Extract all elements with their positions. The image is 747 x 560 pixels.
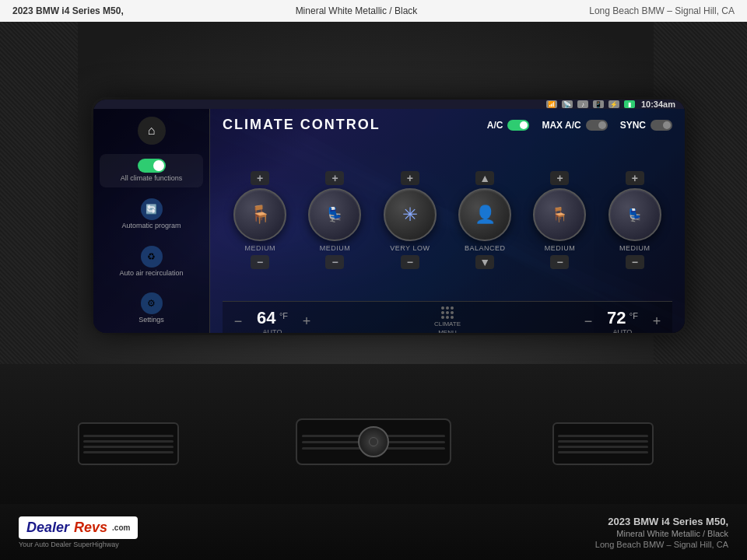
sidebar-item-auto-program[interactable]: 🔄 Automatic program — [100, 194, 203, 235]
bottom-color-trim: Mineral White Metallic / Black — [616, 529, 728, 538]
home-icon: ⌂ — [148, 124, 156, 138]
air-dist-icon: 👤 — [475, 205, 496, 225]
climate-header: CLIMATE CONTROL A/C MAX A/C — [223, 117, 672, 133]
climate-functions-toggle[interactable] — [138, 159, 166, 173]
auto-program-icon: 🔄 — [141, 198, 163, 220]
knob-label-heat-right2: MEDIUM — [619, 244, 651, 252]
screen-status-bar: 📶 📡 ♪ 📱 ⚡ ▮ 10:34am — [93, 100, 685, 109]
knob-seat-cool-right[interactable]: 🪑 — [533, 188, 586, 241]
temp-left-unit: °F — [279, 310, 288, 320]
temp-left-plus[interactable]: + — [297, 313, 316, 330]
climate-menu-label: CLIMATEMENU — [434, 320, 461, 333]
dealer-logo-box: Dealer Revs .com — [19, 516, 138, 539]
top-bar: 2023 BMW i4 Series M50, Mineral White Me… — [0, 0, 747, 22]
center-knob-dot — [369, 437, 378, 446]
top-bar-title: 2023 BMW i4 Series M50, — [12, 5, 124, 16]
max-ac-toggle[interactable] — [586, 120, 608, 131]
knob-seat-heat-left[interactable]: 🪑 — [233, 188, 286, 241]
center-control-knob[interactable] — [358, 426, 389, 457]
knob-label-seat-heat-pass: MEDIUM — [320, 244, 351, 252]
seat-cool-right-plus[interactable]: + — [550, 171, 569, 185]
top-bar-color: Mineral White Metallic / Black — [296, 5, 418, 16]
logo-tagline: Your Auto Dealer SuperHighway — [19, 541, 119, 548]
knob-label-seat-heat-left: MEDIUM — [244, 244, 275, 252]
temp-right-minus[interactable]: − — [579, 313, 598, 330]
seat-heat-left-plus[interactable]: + — [251, 171, 269, 185]
airdist-down[interactable]: ▼ — [475, 255, 494, 269]
right-vent — [552, 422, 654, 465]
left-vent — [78, 422, 179, 465]
seat-heat-pass-minus[interactable]: − — [325, 255, 344, 269]
sidebar-item-settings[interactable]: ⚙ Settings — [100, 288, 203, 329]
temp-left-value: 64 — [257, 308, 275, 327]
climate-main: CLIMATE CONTROL A/C MAX A/C — [210, 109, 685, 333]
center-vent-grille — [296, 418, 451, 465]
home-button[interactable]: ⌂ — [138, 117, 166, 145]
temp-right-display: 72 °F AUTO — [607, 308, 638, 333]
music-icon: ♪ — [577, 100, 588, 108]
temp-control-left: − 64 °F AUTO + — [229, 308, 316, 333]
dealer-logo: Dealer Revs .com Your Auto Dealer SuperH… — [19, 516, 138, 548]
control-seat-heat-left: + 🪑 MEDIUM − — [233, 171, 286, 269]
battery-icon: ▮ — [624, 100, 635, 108]
fan-icon: ✳ — [402, 204, 418, 226]
climate-menu-button[interactable]: CLIMATEMENU — [434, 306, 461, 333]
control-air-distribution: ▲ 👤 BALANCED ▼ — [458, 171, 511, 269]
infotainment-screen: 📶 📡 ♪ 📱 ⚡ ▮ 10:34am — [93, 100, 685, 333]
phone-icon: 📱 — [593, 100, 604, 108]
photo-area: 📶 📡 ♪ 📱 ⚡ ▮ 10:34am — [0, 22, 747, 504]
control-seat-cool-right: + 🪑 MEDIUM − — [533, 171, 586, 269]
knob-seat-heat-passenger[interactable]: 💺 — [308, 188, 361, 241]
fan-minus[interactable]: − — [401, 255, 419, 269]
sync-label: SYNC — [620, 120, 646, 131]
knob-seat-heat-right2[interactable]: 💺 — [608, 188, 661, 241]
screen-sidebar: ⌂ All climate functions 🔄 Automatic prog… — [93, 109, 210, 333]
seat-heat-right2-plus[interactable]: + — [626, 171, 644, 185]
temp-right-unit: °F — [630, 310, 638, 320]
seat-cool-right-icon: 🪑 — [551, 206, 568, 223]
bottom-info: 2023 BMW i4 Series M50, Mineral White Me… — [595, 516, 728, 549]
logo-com: .com — [112, 523, 130, 532]
knob-label-airdist: BALANCED — [465, 244, 506, 252]
bottom-bar: Dealer Revs .com Your Auto Dealer SuperH… — [0, 504, 747, 560]
sidebar-item-climate-functions[interactable]: All climate functions — [100, 154, 203, 187]
status-icons: 📶 📡 ♪ 📱 ⚡ ▮ — [546, 100, 635, 108]
sidebar-label-climate: All climate functions — [121, 174, 183, 183]
sidebar-label-auto: Automatic program — [121, 222, 181, 230]
temp-right-mode: AUTO — [607, 328, 638, 333]
temp-control-right: − 72 °F AUTO + — [579, 308, 666, 333]
sidebar-label-recirc: Auto air recirculation — [119, 269, 183, 278]
knob-label-fan: VERY LOW — [390, 244, 430, 252]
temp-left-minus[interactable]: − — [229, 313, 247, 330]
screen-main-content: ⌂ All climate functions 🔄 Automatic prog… — [93, 109, 685, 333]
bluetooth-icon: ⚡ — [608, 100, 619, 108]
top-bar-dealer: Long Beach BMW – Signal Hill, CA — [589, 5, 735, 16]
seat-cool-right-minus[interactable]: − — [550, 255, 569, 269]
control-fan-speed: + ✳ VERY LOW − — [384, 171, 437, 269]
knob-fan[interactable]: ✳ — [384, 188, 437, 241]
knob-air-dist[interactable]: 👤 — [458, 188, 511, 241]
ac-toggle[interactable] — [507, 120, 529, 131]
seat-heat-left-minus[interactable]: − — [251, 255, 269, 269]
airdist-up[interactable]: ▲ — [475, 171, 494, 185]
temp-left-display: 64 °F AUTO — [257, 308, 288, 333]
screen-time: 10:34am — [641, 100, 675, 109]
seat-heat-pass-plus[interactable]: + — [325, 171, 344, 185]
ac-label: A/C — [487, 120, 503, 131]
sidebar-label-settings: Settings — [139, 316, 164, 324]
seat-heat-pass-icon: 💺 — [326, 206, 343, 223]
recirc-icon: ♻ — [141, 246, 163, 268]
sync-toggle[interactable] — [651, 120, 672, 131]
sidebar-item-recirculation[interactable]: ♻ Auto air recirculation — [100, 241, 203, 282]
climate-title: CLIMATE CONTROL — [223, 117, 381, 133]
control-seat-heat-right2: + 💺 MEDIUM − — [608, 171, 661, 269]
temp-left-mode: AUTO — [257, 328, 288, 333]
dashboard-area — [0, 364, 747, 504]
screen-display: 📶 📡 ♪ 📱 ⚡ ▮ 10:34am — [93, 100, 685, 333]
temperature-row: − 64 °F AUTO + — [223, 301, 672, 333]
signal-icon: 📡 — [562, 100, 573, 108]
fan-plus[interactable]: + — [401, 171, 419, 185]
seat-heat-right2-minus[interactable]: − — [626, 255, 644, 269]
bottom-car-title: 2023 BMW i4 Series M50, — [608, 516, 728, 527]
temp-right-plus[interactable]: + — [647, 313, 666, 330]
